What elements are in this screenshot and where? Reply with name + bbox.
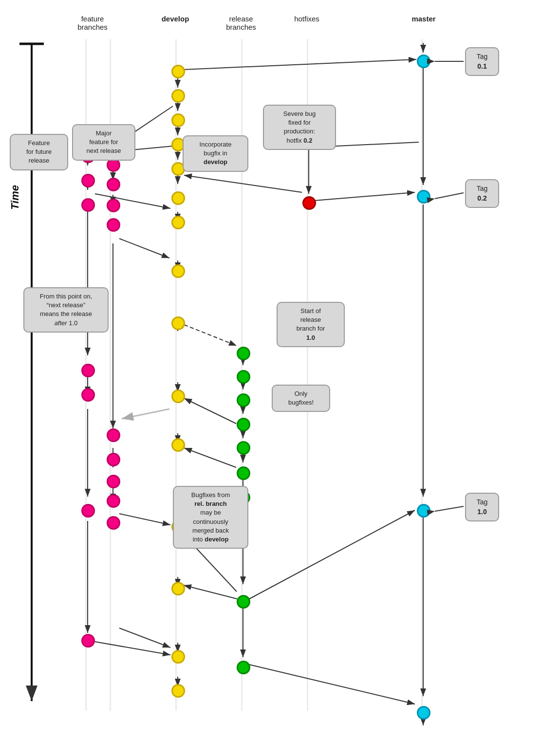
node-release-9 [237,661,250,674]
node-feat2-6 [107,428,120,442]
callout-start-release: Start ofreleasebranch for1.0 [277,302,345,347]
svg-line-58 [119,514,170,525]
node-feat2-5 [107,218,120,232]
svg-line-60 [249,510,415,599]
node-release-2 [237,370,250,384]
header-hotfixes: hotfixes [290,15,324,23]
node-release-8 [237,595,250,609]
diagram-canvas: feature branches develop releasebranches… [0,0,560,742]
node-master-4 [417,706,430,720]
callout-only-bugfixes: Onlybugfixes! [272,385,330,412]
node-develop-7 [171,216,185,229]
node-release-3 [237,393,250,407]
svg-line-49 [314,192,415,201]
tag-10-box: Tag 1.0 [465,493,499,521]
node-feat1-3 [81,198,95,212]
svg-line-52 [122,409,169,419]
tag-01-label: Tag [477,53,488,60]
tag-02-value: 0.2 [477,194,486,202]
node-master-2 [417,190,430,204]
node-feat1-7 [81,634,95,648]
svg-line-54 [184,448,236,467]
time-label: Time [9,185,21,210]
node-release-5 [237,441,250,455]
node-feat1-4 [81,364,95,377]
svg-line-53 [184,398,236,424]
svg-line-43 [183,59,416,70]
callout-feature-future: Featurefor futurerelease [10,134,68,170]
svg-line-65 [435,193,464,199]
branch-line-master [421,39,423,711]
svg-line-50 [184,175,302,192]
svg-line-51 [184,325,237,346]
node-develop-6 [171,191,185,205]
node-develop-14 [171,650,185,664]
header-release-branches: releasebranches [219,15,263,31]
node-feat1-5 [81,388,95,402]
node-develop-8 [171,264,185,278]
node-develop-10 [171,390,185,403]
svg-line-47 [119,239,169,258]
node-hotfix-1 [302,196,316,210]
tag-02-box: Tag 0.2 [465,179,499,208]
node-feat2-8 [107,475,120,488]
svg-line-56 [184,585,237,599]
node-develop-1 [171,65,185,78]
node-develop-11 [171,438,185,452]
node-develop-3 [171,113,185,127]
header-master: master [407,15,441,23]
tag-02-label: Tag [477,185,488,192]
tag-10-value: 1.0 [477,508,486,516]
node-feat1-2 [81,174,95,187]
node-develop-13 [171,582,185,595]
svg-line-57 [95,642,170,655]
node-feat1-6 [81,504,95,518]
node-feat2-10 [107,516,120,530]
node-master-3 [417,504,430,518]
node-feat2-9 [107,494,120,508]
tag-01-value: 0.1 [477,62,486,70]
callout-bugfixes-merged: Bugfixes fromrel. branchmay becontinuous… [173,486,248,549]
svg-line-62 [249,665,415,704]
tag-10-label: Tag [477,498,488,506]
callout-incorporate-bugfix: Incorporatebugfix indevelop [183,135,248,172]
callout-major-feature: Majorfeature fornext release [72,124,135,161]
tag-01-box: Tag 0.1 [465,47,499,76]
node-develop-2 [171,89,185,103]
svg-line-66 [435,506,464,511]
node-feat2-3 [107,178,120,191]
node-release-4 [237,418,250,431]
svg-line-59 [119,628,170,648]
callout-severe-bug: Severe bugfixed forproduction:hotfix 0.2 [263,105,336,150]
header-develop: develop [156,15,195,23]
node-feat2-7 [107,453,120,466]
node-release-1 [237,347,250,360]
node-develop-15 [171,684,185,698]
node-develop-9 [171,316,185,330]
node-master-1 [417,55,430,68]
callout-next-release: From this point on,“next release”means t… [23,287,109,333]
header-feature-branches: feature branches [68,15,117,31]
node-release-6 [237,466,250,480]
node-feat2-4 [107,199,120,212]
